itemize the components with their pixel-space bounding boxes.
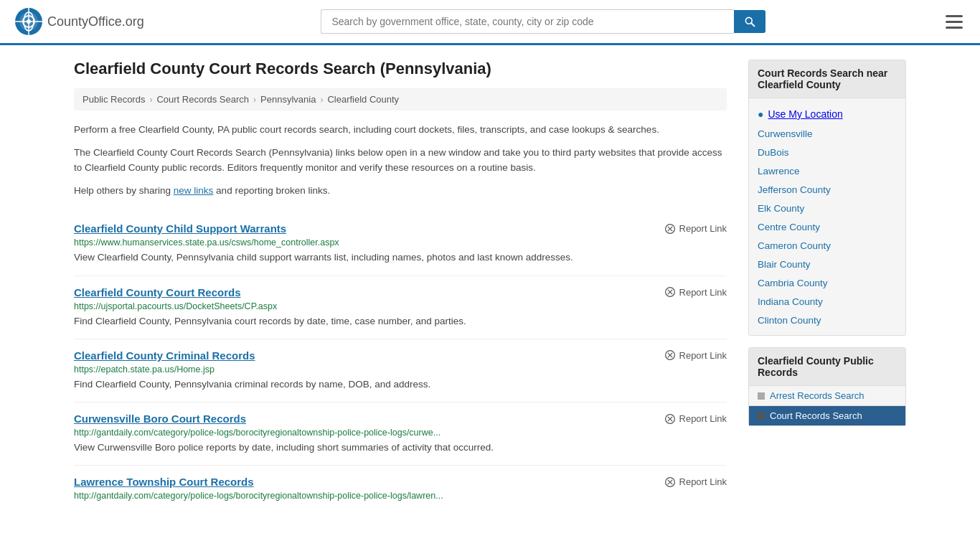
report-icon	[664, 286, 676, 298]
item-icon-arrest	[758, 392, 765, 400]
sidebar-item-clinton[interactable]: Clinton County	[749, 311, 905, 329]
sidebar-item-lawrence[interactable]: Lawrence	[749, 161, 905, 180]
report-icon	[664, 413, 676, 425]
result-url[interactable]: https://epatch.state.pa.us/Home.jsp	[74, 364, 727, 375]
result-desc: Find Clearfield County, Pennsylvania cou…	[74, 314, 727, 329]
sidebar-item-cambria[interactable]: Cambria County	[749, 273, 905, 292]
result-url[interactable]: https://www.humanservices.state.pa.us/cs…	[74, 237, 727, 248]
menu-line-3	[946, 27, 963, 29]
description-2: The Clearfield County Court Records Sear…	[74, 145, 727, 176]
breadcrumb-public-records[interactable]: Public Records	[83, 94, 145, 105]
search-button[interactable]	[734, 10, 765, 33]
result-item: Lawrence Township Court Records Report L…	[74, 466, 727, 514]
menu-line-1	[946, 15, 963, 17]
result-desc: Find Clearfield County, Pennsylvania cri…	[74, 377, 727, 392]
sidebar-item-centre[interactable]: Centre County	[749, 217, 905, 236]
result-item: Clearfield County Child Support Warrants…	[74, 212, 727, 276]
location-pin-icon: ●	[758, 108, 763, 120]
report-link[interactable]: Report Link	[664, 413, 727, 425]
svg-point-6	[27, 19, 31, 24]
breadcrumb-sep-1: ›	[149, 95, 152, 105]
breadcrumb: Public Records › Court Records Search › …	[74, 88, 727, 110]
search-area	[321, 9, 765, 34]
use-my-location[interactable]: ● Use My Location	[749, 104, 905, 124]
description-3: Help others by sharing new links and rep…	[74, 183, 727, 199]
nearby-section: Court Records Search near Clearfield Cou…	[748, 60, 906, 336]
result-desc: View Clearfield County, Pennsylvania chi…	[74, 250, 727, 265]
search-input[interactable]	[321, 9, 734, 34]
results-list: Clearfield County Child Support Warrants…	[74, 212, 727, 514]
sidebar-item-elk[interactable]: Elk County	[749, 199, 905, 217]
result-item: Clearfield County Criminal Records Repor…	[74, 339, 727, 402]
result-title[interactable]: Lawrence Township Court Records	[74, 476, 254, 488]
nearby-header: Court Records Search near Clearfield Cou…	[749, 60, 905, 98]
item-icon-court	[758, 413, 765, 420]
logo-icon	[14, 7, 43, 36]
result-header: Clearfield County Criminal Records Repor…	[74, 349, 727, 362]
public-records-header: Clearfield County Public Records	[749, 348, 905, 386]
menu-button[interactable]	[943, 12, 966, 32]
logo-text: CountyOffice.org	[47, 14, 144, 29]
report-icon	[664, 223, 676, 235]
search-icon	[744, 16, 755, 27]
report-icon	[664, 476, 676, 488]
use-my-location-link[interactable]: Use My Location	[768, 108, 842, 120]
result-title[interactable]: Clearfield County Child Support Warrants	[74, 222, 286, 235]
sidebar: Court Records Search near Clearfield Cou…	[748, 60, 906, 514]
sidebar-item-indiana[interactable]: Indiana County	[749, 292, 905, 311]
menu-line-2	[946, 21, 963, 23]
result-title[interactable]: Clearfield County Court Records	[74, 286, 241, 298]
logo[interactable]: CountyOffice.org	[14, 7, 144, 36]
breadcrumb-sep-3: ›	[320, 95, 323, 105]
description-1: Perform a free Clearfield County, PA pub…	[74, 122, 727, 138]
result-header: Lawrence Township Court Records Report L…	[74, 476, 727, 488]
content-wrapper: Clearfield County Court Records Search (…	[60, 45, 920, 528]
breadcrumb-current: Clearfield County	[327, 94, 399, 105]
result-header: Clearfield County Court Records Report L…	[74, 286, 727, 298]
result-title[interactable]: Curwensville Boro Court Records	[74, 413, 246, 425]
breadcrumb-sep-2: ›	[253, 95, 256, 105]
sidebar-item-curwensville[interactable]: Curwensville	[749, 124, 905, 143]
sidebar-item-dubois[interactable]: DuBois	[749, 143, 905, 161]
svg-line-8	[751, 23, 754, 26]
page-title: Clearfield County Court Records Search (…	[74, 60, 727, 78]
report-link[interactable]: Report Link	[664, 223, 727, 235]
result-item: Curwensville Boro Court Records Report L…	[74, 402, 727, 466]
sidebar-pub-item-arrest[interactable]: Arrest Records Search	[749, 386, 905, 406]
result-desc: View Curwensville Boro police reports by…	[74, 441, 727, 455]
report-link[interactable]: Report Link	[664, 349, 727, 361]
description-block: Perform a free Clearfield County, PA pub…	[74, 122, 727, 198]
report-icon	[664, 349, 676, 361]
result-item: Clearfield County Court Records Report L…	[74, 276, 727, 339]
sidebar-item-blair[interactable]: Blair County	[749, 255, 905, 273]
sidebar-item-cameron[interactable]: Cameron County	[749, 236, 905, 255]
report-link[interactable]: Report Link	[664, 476, 727, 488]
result-url[interactable]: http://gantdaily.com/category/police-log…	[74, 428, 727, 438]
main-content: Clearfield County Court Records Search (…	[74, 60, 727, 514]
new-links-link[interactable]: new links	[174, 185, 214, 196]
site-header: CountyOffice.org	[0, 0, 980, 45]
result-url[interactable]: http://gantdaily.com/category/police-log…	[74, 491, 727, 501]
sidebar-links: ● Use My Location Curwensville DuBois La…	[749, 98, 905, 335]
public-records-section: Clearfield County Public Records Arrest …	[748, 347, 906, 426]
breadcrumb-pennsylvania[interactable]: Pennsylvania	[260, 94, 316, 105]
report-link[interactable]: Report Link	[664, 286, 727, 298]
result-header: Clearfield County Child Support Warrants…	[74, 222, 727, 235]
result-header: Curwensville Boro Court Records Report L…	[74, 413, 727, 425]
result-url[interactable]: https://ujsportal.pacourts.us/DocketShee…	[74, 301, 727, 311]
sidebar-item-jefferson[interactable]: Jefferson County	[749, 180, 905, 199]
sidebar-pub-item-court[interactable]: Court Records Search	[749, 406, 905, 425]
breadcrumb-court-records[interactable]: Court Records Search	[156, 94, 249, 105]
result-title[interactable]: Clearfield County Criminal Records	[74, 349, 255, 362]
